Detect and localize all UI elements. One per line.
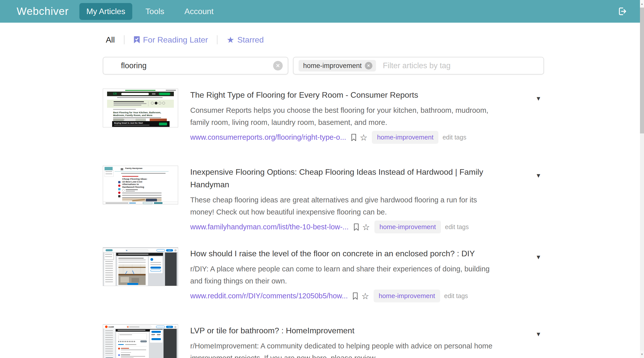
thumb-comments-card xyxy=(116,332,149,358)
edit-tags-link[interactable]: edit tags xyxy=(444,292,468,300)
webchiver-app: Webchiver My Articles Tools Account All … xyxy=(0,0,644,358)
article-title[interactable]: Inexpensive Flooring Options: Cheap Floo… xyxy=(190,166,523,191)
article-url-row: www.familyhandyman.com/list/the-10-best-… xyxy=(190,221,541,233)
edit-tags-link[interactable]: edit tags xyxy=(445,223,469,231)
decor xyxy=(114,125,149,125)
article-content: LVP or tile for bathroom? : HomeImprovem… xyxy=(190,324,541,358)
decor xyxy=(143,202,152,204)
view-filters: All For Reading Later ★ Starred xyxy=(106,35,264,45)
thumb-promo-band xyxy=(107,100,174,108)
filter-starred-label: Starred xyxy=(237,35,264,45)
article-title[interactable]: How should I raise the level of the floo… xyxy=(190,247,523,260)
caret-down-icon[interactable]: ▾ xyxy=(537,171,540,180)
article-title[interactable]: LVP or tile for bathroom? : HomeImprovem… xyxy=(190,324,523,337)
decor xyxy=(151,334,155,335)
filter-reading-later[interactable]: For Reading Later xyxy=(134,35,208,45)
scrollbar-thumb[interactable] xyxy=(640,8,644,133)
decor xyxy=(125,344,136,345)
email-icon xyxy=(118,195,120,197)
thumb-comment-box xyxy=(118,333,147,340)
article-row: Family Handyman Cheap Flooring Ideas: 10… xyxy=(103,166,541,233)
article-tag-chip[interactable]: home-improvement xyxy=(372,131,438,144)
logout-icon[interactable] xyxy=(617,6,627,16)
scrollbar[interactable]: ▲ ▼ xyxy=(640,0,644,358)
article-row: reddit Log In xyxy=(103,324,541,358)
article-url-row: www.reddit.com/r/DIY/comments/12050b5/ho… xyxy=(190,290,541,302)
decor xyxy=(140,340,147,342)
thumb-search-pill xyxy=(125,249,148,252)
decor xyxy=(117,97,163,98)
article-thumbnail[interactable]: CR Best Flooring for Your Kitchen, Bathr… xyxy=(103,89,178,127)
article-url-link[interactable]: www.consumerreports.org/flooring/right-t… xyxy=(190,133,346,141)
edit-tags-link[interactable]: edit tags xyxy=(442,134,466,141)
nav-tools[interactable]: Tools xyxy=(138,3,171,20)
clear-search-icon[interactable]: ✕ xyxy=(273,61,283,70)
thumb-headline: Cheap Flooring Ideas: 10 Best Low-Cost A… xyxy=(122,178,150,188)
article-thumbnail[interactable]: reddit Log In xyxy=(103,324,178,358)
article-description: Consumer Reports helps you choose the be… xyxy=(190,104,496,128)
article-tag-chip[interactable]: home-improvement xyxy=(374,221,441,233)
article-url-link[interactable]: www.reddit.com/r/DIY/comments/12050b5/ho… xyxy=(190,292,348,300)
decor xyxy=(150,267,161,269)
decor xyxy=(155,102,157,104)
decor xyxy=(152,93,155,95)
article-description: r/DIY: A place where people can come to … xyxy=(190,263,496,287)
tag-filter-input[interactable] xyxy=(382,61,543,70)
decor xyxy=(150,258,153,261)
bookmark-icon[interactable] xyxy=(353,223,359,231)
article-title[interactable]: The Right Type of Flooring for Every Roo… xyxy=(190,89,523,101)
decor xyxy=(118,344,124,345)
article-thumbnail[interactable]: Family Handyman Cheap Flooring Ideas: 10… xyxy=(103,166,178,204)
article-url-link[interactable]: www.familyhandyman.com/list/the-10-best-… xyxy=(190,223,349,231)
nav-my-articles[interactable]: My Articles xyxy=(79,3,133,20)
article-content: Inexpensive Flooring Options: Cheap Floo… xyxy=(190,166,541,233)
decor xyxy=(156,326,165,328)
decor xyxy=(118,346,147,346)
star-outline-icon[interactable]: ☆ xyxy=(362,223,370,231)
decor xyxy=(174,249,177,252)
search-input[interactable] xyxy=(120,61,273,70)
scroll-up-icon[interactable]: ▲ xyxy=(640,0,644,8)
decor xyxy=(121,356,145,357)
star-outline-icon[interactable]: ☆ xyxy=(361,292,369,300)
thumb-headline: Best Flooring for Your Kitchen, Bathroom… xyxy=(113,111,165,117)
thumb-photo xyxy=(122,198,162,202)
star-outline-icon[interactable]: ☆ xyxy=(360,133,367,142)
decor xyxy=(127,283,138,285)
pinterest-icon xyxy=(118,185,120,187)
share-icon xyxy=(118,192,120,194)
decor xyxy=(122,193,162,198)
article-tag-chip[interactable]: home-improvement xyxy=(374,290,440,302)
filter-all[interactable]: All xyxy=(106,35,115,45)
avatar xyxy=(118,354,120,356)
filter-starred[interactable]: ★ Starred xyxy=(227,35,264,45)
caret-down-icon[interactable]: ▾ xyxy=(537,253,540,261)
decor xyxy=(157,336,160,336)
caret-down-icon[interactable]: ▾ xyxy=(537,330,540,338)
thumb-bottom-banner: Buying Smart Is Just the Start xyxy=(112,121,170,127)
decor xyxy=(113,117,161,118)
divider xyxy=(124,35,124,44)
bookmark-icon[interactable] xyxy=(352,292,358,300)
decor xyxy=(151,336,154,336)
menu-icon xyxy=(121,168,123,169)
caret-down-icon[interactable]: ▾ xyxy=(537,94,540,102)
bookmark-icon[interactable] xyxy=(351,134,357,141)
decor xyxy=(118,330,145,331)
thumb-sidebar xyxy=(104,329,115,358)
decor xyxy=(115,171,169,172)
decor xyxy=(129,327,139,327)
divider xyxy=(217,35,217,44)
remove-tag-icon[interactable]: ✕ xyxy=(365,62,372,69)
nav-account[interactable]: Account xyxy=(177,3,221,20)
scroll-down-icon[interactable]: ▼ xyxy=(640,350,644,358)
thumb-search-pill xyxy=(126,326,151,328)
decor xyxy=(158,102,161,104)
search-box: ✕ xyxy=(103,57,288,75)
decor xyxy=(150,262,161,265)
thumb-banner xyxy=(116,253,163,256)
article-thumbnail[interactable]: Log In xyxy=(103,247,178,286)
article-row: Log In xyxy=(103,247,541,302)
decor xyxy=(119,334,132,335)
tag-filter-chip-label: home-improvement xyxy=(303,62,362,70)
